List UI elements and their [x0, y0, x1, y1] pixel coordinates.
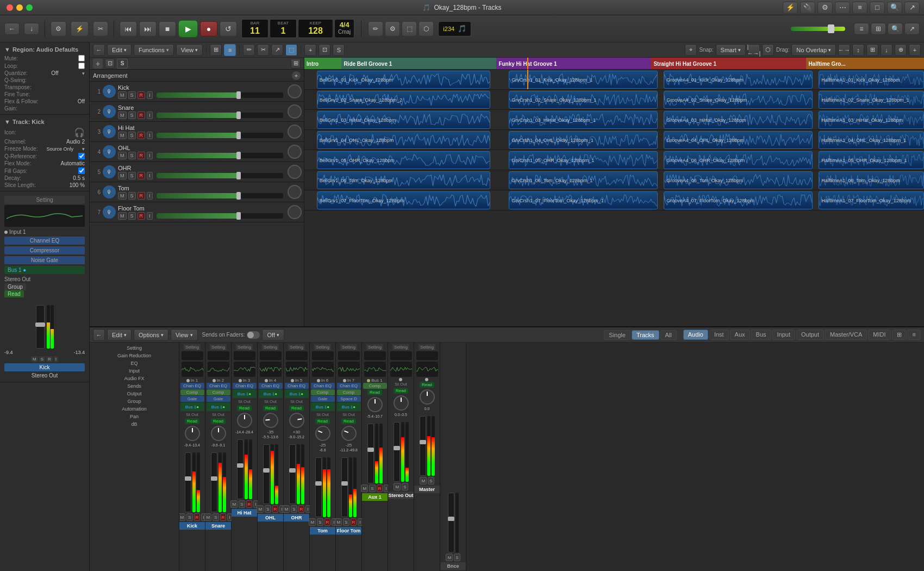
solo-btn-4[interactable]: S: [128, 152, 136, 159]
at-back-btn[interactable]: ←: [93, 44, 105, 56]
bnce-fader[interactable]: [448, 493, 454, 553]
ch-pan-ohl[interactable]: [260, 409, 281, 431]
ch-fader[interactable]: [394, 422, 400, 482]
mute-btn-6[interactable]: M: [118, 192, 127, 200]
grid-btn[interactable]: ⊞: [210, 44, 222, 56]
ch-pan-hi hat[interactable]: [237, 413, 252, 428]
solo-btn-6[interactable]: S: [128, 192, 136, 200]
region[interactable]: GrooveA4_03_HiHat_Okay_128bpm: [664, 111, 813, 129]
record-btn-1[interactable]: R: [138, 91, 146, 99]
region[interactable]: BellGrv1_05_OHR_Okay_128bpm: [317, 151, 490, 169]
ch-s-btn[interactable]: S: [213, 513, 218, 521]
region[interactable]: GrvCrsh1_04_OHL_Okay_128bpm_1: [509, 131, 658, 149]
ch-m-btn[interactable]: M: [230, 500, 238, 508]
track-row-floor-tom[interactable]: 7 🎙 Floor Tom M S R I: [90, 202, 304, 222]
maximize-button[interactable]: [26, 4, 33, 11]
mlp-read-btn[interactable]: Read: [4, 290, 24, 297]
ch-fader[interactable]: [367, 424, 374, 483]
mixer-back-btn[interactable]: ←: [93, 329, 105, 341]
track-settings-icon[interactable]: ⊞: [291, 59, 301, 69]
fx-space-d[interactable]: Space D: [337, 396, 361, 402]
fx-chan-eq[interactable]: Chan EQ: [180, 383, 204, 389]
ch-send[interactable]: Bus 1 ●: [207, 402, 230, 411]
ch-automation[interactable]: Read: [289, 405, 304, 411]
ch-fader[interactable]: [315, 457, 322, 517]
fx-gate[interactable]: Gate: [207, 396, 230, 402]
fx-chan-eq[interactable]: Chan EQ: [337, 383, 361, 389]
toolbar-icon-btn3[interactable]: ⚙: [817, 2, 833, 14]
region[interactable]: GrooveA4_07_FloorTom_Okay_128bpm: [664, 191, 813, 209]
track-row-hi-hat[interactable]: 3 🎙 Hi Hat M S R I: [90, 122, 304, 142]
solo-btn-1[interactable]: S: [128, 91, 136, 99]
ch-eq-aux 1[interactable]: [364, 362, 386, 377]
plus-btn[interactable]: +: [909, 44, 921, 56]
ch-s-btn[interactable]: S: [369, 485, 375, 492]
ch-m-btn[interactable]: M: [204, 513, 211, 521]
snap-toggle[interactable]: |←→|: [748, 44, 760, 56]
mute-btn-4[interactable]: M: [118, 152, 127, 159]
track-zoom[interactable]: ↓: [881, 44, 892, 56]
ch-s-btn[interactable]: S: [265, 505, 271, 513]
ch-pan-kick[interactable]: [185, 426, 200, 441]
fx-gate[interactable]: Gate: [311, 396, 335, 402]
mute-btn-1[interactable]: M: [118, 91, 127, 99]
ch-m-btn[interactable]: M: [361, 485, 368, 492]
snap-cursor-btn[interactable]: ⌖: [685, 44, 697, 56]
region-header[interactable]: ▼ Region: Audio Defaults: [4, 45, 85, 54]
mixer-edit-menu[interactable]: Edit ▾: [107, 329, 132, 341]
ch-m-btn[interactable]: M: [309, 518, 316, 526]
region[interactable]: HalftimeA1_03_HiHat_Okay_128bpm: [819, 111, 924, 129]
track-vol-1[interactable]: [288, 84, 302, 98]
track-row-snare[interactable]: 2 🎙 Snare M S R I: [90, 102, 304, 122]
input-btn-5[interactable]: I: [147, 172, 153, 179]
ch-send[interactable]: Bus 1 ●: [180, 402, 204, 411]
region[interactable]: BellGrv1_03_HiHat_Okay_128bpm: [317, 111, 490, 129]
region[interactable]: GrooveA4_04_OHL_Okay_128bpm: [664, 131, 813, 149]
ch-r-btn[interactable]: R: [246, 500, 253, 508]
ch-eq-hi hat[interactable]: [234, 362, 255, 377]
ch-m-btn[interactable]: M: [394, 483, 401, 491]
ch-automation[interactable]: Read: [315, 418, 330, 424]
ch-fader[interactable]: [185, 452, 191, 512]
ch-automation[interactable]: Read: [420, 382, 434, 388]
record-btn-3[interactable]: R: [138, 132, 146, 139]
fx-noise-gate[interactable]: Noise Gate: [4, 256, 85, 264]
region[interactable]: GrooveA4_06_Tom_Okay_128bpm: [664, 171, 813, 189]
mute-btn-7[interactable]: M: [118, 212, 127, 220]
track-list-icon[interactable]: ⊡: [105, 59, 115, 69]
stop-button[interactable]: ■: [159, 21, 176, 36]
record-button[interactable]: ●: [200, 21, 217, 36]
region[interactable]: BellGrv1_02_Snare_Okay_128bpm_2: [317, 91, 490, 109]
mlp-s-btn[interactable]: S: [39, 356, 45, 362]
input-btn-3[interactable]: I: [147, 132, 153, 139]
fx-comp[interactable]: Comp: [337, 389, 361, 395]
bnce-s-btn[interactable]: S: [454, 554, 460, 561]
add-track-btn[interactable]: +: [93, 59, 103, 69]
mlp-i-btn[interactable]: I: [54, 356, 58, 362]
region[interactable]: HalftimeA1_02_Snare_Okay_128bpm_1: [819, 91, 924, 109]
mlp-m-btn[interactable]: M: [31, 356, 38, 362]
single-view-btn[interactable]: Single: [604, 330, 630, 340]
track-vol-7[interactable]: [288, 205, 302, 219]
ch-pan-ohr[interactable]: [286, 409, 308, 431]
region[interactable]: GrvCrsh1_03_HiHat_Okay_128bpm_1: [509, 111, 658, 129]
ch-eq-tom[interactable]: [312, 362, 334, 377]
functions-menu[interactable]: Functions: [134, 44, 174, 56]
ch-send[interactable]: Bus 1 ●: [311, 402, 335, 411]
fast-forward-button[interactable]: ⏭: [139, 21, 157, 36]
region[interactable]: BellGrv1_07_FloorTom_Okay_128bpm: [317, 191, 490, 209]
fit-btn[interactable]: ⊞: [866, 44, 878, 56]
ch-r-btn[interactable]: R: [377, 485, 383, 492]
more-view-btn[interactable]: ↗: [904, 23, 920, 35]
region[interactable]: GrooveA4_01_Kick_Okay_128bpm: [664, 71, 813, 89]
track-header[interactable]: ▼ Track: Kick: [4, 117, 85, 127]
tool-scissors[interactable]: ⚙: [385, 21, 400, 36]
fx-channel-eq[interactable]: Channel EQ: [4, 237, 85, 245]
record-btn-7[interactable]: R: [138, 212, 146, 220]
track-vol-6[interactable]: [288, 185, 302, 199]
output-type-btn[interactable]: Output: [796, 330, 824, 340]
ch-eq-ohr[interactable]: [286, 362, 308, 377]
toolbar-icon-btn4[interactable]: ⋯: [835, 2, 850, 14]
toolbar-icon-btn8[interactable]: ↗: [904, 2, 920, 14]
input-btn-2[interactable]: I: [147, 111, 153, 119]
